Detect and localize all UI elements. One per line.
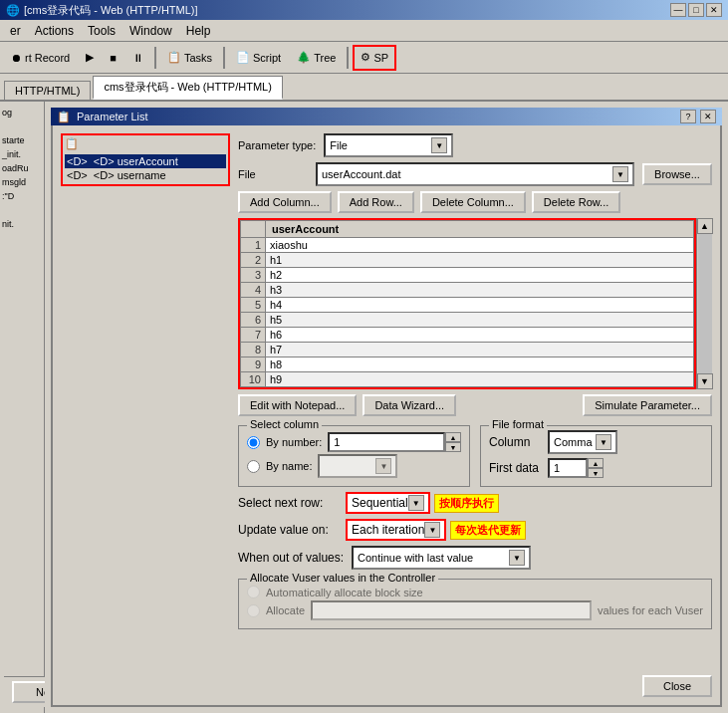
scroll-up-btn[interactable]: ▲ <box>697 218 713 234</box>
each-iteration-dropdown[interactable]: Each iteration ▼ <box>346 519 446 541</box>
param-item-useraccount[interactable]: <D> <D> userAccount <box>65 154 226 168</box>
first-data-down[interactable]: ▼ <box>588 468 604 478</box>
file-format-label: File format <box>489 418 547 430</box>
tab-http[interactable]: HTTP/HTML) <box>4 81 91 100</box>
row-value[interactable]: h3 <box>266 283 694 298</box>
each-iteration-arrow[interactable]: ▼ <box>424 522 440 538</box>
by-name-dropdown[interactable]: ▼ <box>318 454 397 478</box>
delete-column-btn[interactable]: Delete Column... <box>420 191 526 213</box>
param-type-arrow[interactable]: ▼ <box>431 137 447 153</box>
allocate-section: Allocate Vuser values in the Controller … <box>238 579 712 629</box>
script-button[interactable]: 📄 Script <box>229 45 288 71</box>
when-out-arrow[interactable]: ▼ <box>509 550 525 566</box>
title-bar-buttons[interactable]: — □ ✕ <box>670 3 722 17</box>
scroll-down-btn[interactable]: ▼ <box>697 373 713 389</box>
menu-tools[interactable]: Tools <box>82 22 121 40</box>
param-list-header: 📋 <box>65 137 226 150</box>
allocate-row: Allocate values for each Vuser <box>247 600 703 620</box>
param-type-dropdown[interactable]: File ▼ <box>324 133 453 157</box>
add-column-btn[interactable]: Add Column... <box>238 191 332 213</box>
row-number: 5 <box>241 298 266 313</box>
allocate-input <box>311 600 592 620</box>
pause-button[interactable]: ⏸ <box>125 45 150 71</box>
first-data-input[interactable] <box>548 458 588 478</box>
column-format-dropdown[interactable]: Comma ▼ <box>548 430 617 454</box>
row-value[interactable]: h1 <box>266 253 694 268</box>
toolbar: ⏺ rt Record ▶ ■ ⏸ 📋 Tasks 📄 Script 🌲 Tre… <box>0 42 728 74</box>
when-out-dropdown[interactable]: Continue with last value ▼ <box>352 546 531 570</box>
menu-bar: er Actions Tools Window Help <box>0 20 728 42</box>
sequential-arrow[interactable]: ▼ <box>408 495 424 511</box>
scroll-track[interactable] <box>698 234 712 373</box>
stop-button[interactable]: ■ <box>103 45 123 71</box>
stop-icon: ■ <box>110 52 117 64</box>
edit-buttons: Edit with Notepad... Data Wizard... Simu… <box>238 394 712 416</box>
play-button[interactable]: ▶ <box>79 45 101 71</box>
maximize-btn[interactable]: □ <box>688 3 704 17</box>
data-wizard-btn[interactable]: Data Wizard... <box>363 394 456 416</box>
simulate-btn[interactable]: Simulate Parameter... <box>583 394 712 416</box>
row-value[interactable]: h9 <box>266 372 694 387</box>
dialog-close-btn[interactable]: ✕ <box>700 110 716 123</box>
record-button[interactable]: ⏺ rt Record <box>4 45 77 71</box>
row-value[interactable]: h5 <box>266 313 694 328</box>
sequential-dropdown[interactable]: Sequential ▼ <box>346 492 430 514</box>
row-value[interactable]: h2 <box>266 268 694 283</box>
title-bar: 🌐 [cms登录代码 - Web (HTTP/HTML)] — □ ✕ <box>0 0 728 20</box>
select-column-label: Select column <box>247 418 322 430</box>
close-window-btn[interactable]: ✕ <box>706 3 722 17</box>
each-iteration-annotation: 每次迭代更新 <box>450 521 526 540</box>
allocate-radio <box>247 604 260 617</box>
menu-help[interactable]: Help <box>180 22 217 40</box>
param-item-username[interactable]: <D> <D> username <box>65 168 226 182</box>
minimize-btn[interactable]: — <box>670 3 686 17</box>
by-name-arrow[interactable]: ▼ <box>375 458 391 474</box>
by-name-radio[interactable] <box>247 460 260 473</box>
tree-button[interactable]: 🌲 Tree <box>290 45 343 71</box>
tab-cms[interactable]: cms登录代码 - Web (HTTP/HTML) <box>93 76 282 100</box>
when-out-label: When out of values: <box>238 551 344 565</box>
settings-panel: Parameter type: File ▼ File userAccount.… <box>238 133 712 665</box>
menu-window[interactable]: Window <box>123 22 178 40</box>
title-bar-left: 🌐 [cms登录代码 - Web (HTTP/HTML)] <box>6 3 198 18</box>
delete-row-btn[interactable]: Delete Row... <box>532 191 620 213</box>
by-number-input[interactable] <box>328 432 445 452</box>
menu-er[interactable]: er <box>4 22 27 40</box>
menu-actions[interactable]: Actions <box>29 22 80 40</box>
row-value[interactable]: h7 <box>266 343 694 357</box>
row-value[interactable]: h6 <box>266 328 694 343</box>
file-row: File userAccount.dat ▼ Browse... <box>238 162 712 186</box>
by-number-radio[interactable] <box>247 436 260 449</box>
table-scrollbar[interactable]: ▲ ▼ <box>696 218 712 389</box>
file-dropdown[interactable]: userAccount.dat ▼ <box>316 162 634 186</box>
dialog-help-btn[interactable]: ? <box>680 110 696 123</box>
row-number: 2 <box>241 253 266 268</box>
row-value[interactable]: xiaoshu <box>266 238 694 253</box>
browse-button[interactable]: Browse... <box>642 163 712 185</box>
row-value[interactable]: h8 <box>266 357 694 372</box>
table-row: 8h7 <box>241 343 694 357</box>
tasks-button[interactable]: 📋 Tasks <box>160 45 219 71</box>
table-row: 6h5 <box>241 313 694 328</box>
close-dialog-btn[interactable]: Close <box>642 675 712 697</box>
script-icon: 📄 <box>236 51 250 64</box>
row-value[interactable]: h4 <box>266 298 694 313</box>
add-row-btn[interactable]: Add Row... <box>338 191 414 213</box>
log-text: og starte _init. oadRu msgld :"D nit. <box>2 106 42 231</box>
tree-icon: 🌲 <box>297 51 311 64</box>
first-data-up[interactable]: ▲ <box>588 458 604 468</box>
col-format-arrow[interactable]: ▼ <box>596 434 611 450</box>
update-value-label: Update value on: <box>238 523 338 537</box>
by-number-field: ▲ ▼ <box>328 432 461 452</box>
column-format-label: Column <box>489 435 544 449</box>
when-out-row: When out of values: Continue with last v… <box>238 546 712 570</box>
main-area: og starte _init. oadRu msgld :"D nit. Ne… <box>0 102 728 713</box>
edit-notepad-btn[interactable]: Edit with Notepad... <box>238 394 357 416</box>
spin-down[interactable]: ▼ <box>445 442 461 452</box>
record-icon: ⏺ <box>11 52 22 64</box>
spin-up[interactable]: ▲ <box>445 432 461 442</box>
file-arrow[interactable]: ▼ <box>612 166 628 182</box>
row-number: 9 <box>241 357 266 372</box>
left-panel: og starte _init. oadRu msgld :"D nit. Ne… <box>0 102 45 713</box>
sp-button[interactable]: ⚙ SP <box>353 45 396 71</box>
